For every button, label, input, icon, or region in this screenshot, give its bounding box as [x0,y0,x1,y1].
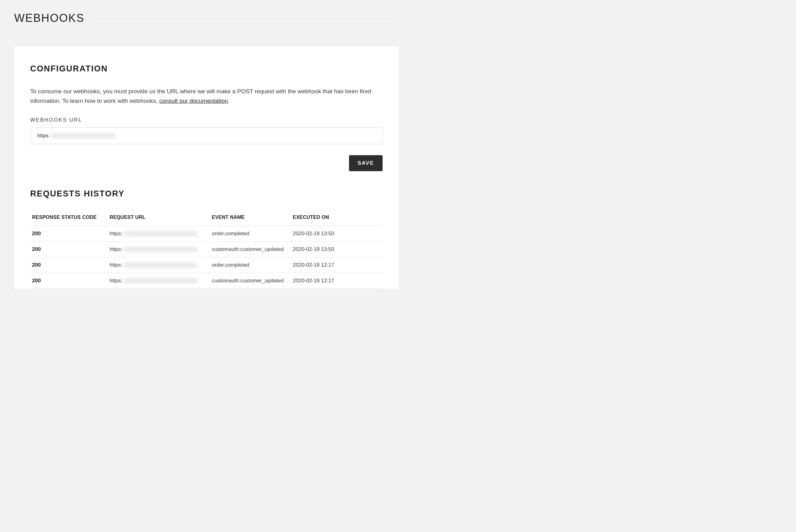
webhooks-card: CONFIGURATION To consume our webhooks, y… [14,46,399,289]
history-url: https: [108,226,210,241]
history-row: 200 https: customauth:customer_updated 2… [30,273,383,288]
webhooks-url-prefix: https [37,133,49,139]
history-url-prefix: https: [110,246,123,252]
configuration-title: CONFIGURATION [30,64,383,74]
history-url-prefix: https: [110,231,123,237]
history-url-redacted [124,231,198,236]
history-executed: 2020-02-19 13:50 [291,226,383,241]
col-header-event: EVENT NAME [210,210,291,226]
history-url: https: [108,273,210,288]
webhooks-url-label: WEBHOOKS URL [30,117,383,123]
history-executed: 2020-02-18 12:17 [291,273,383,288]
requests-history-title: REQUESTS HISTORY [30,189,383,198]
history-status: 200 [30,241,108,257]
history-status: 200 [30,226,108,241]
history-event: order.completed [210,257,291,273]
history-status: 200 [30,257,108,273]
page-title: WEBHOOKS [14,12,85,25]
history-row: 200 https: order.completed 2020-02-18 12… [30,257,383,273]
col-header-status: RESPONSE STATUS CODE [30,210,108,226]
page-header: WEBHOOKS [14,12,399,25]
history-row: 200 https: customauth:customer_updated 2… [30,241,383,257]
col-header-url: REQUEST URL [108,210,210,226]
history-url-redacted [124,247,198,251]
history-event: customauth:customer_updated [210,273,291,288]
history-url: https: [108,241,210,257]
history-url: https: [108,257,210,273]
history-url-prefix: https: [110,278,123,284]
webhooks-url-input[interactable]: https [30,128,383,144]
configuration-description-post: . [228,98,229,104]
history-status: 200 [30,273,108,288]
history-event: customauth:customer_updated [210,241,291,257]
requests-history-table: RESPONSE STATUS CODE REQUEST URL EVENT N… [30,210,383,289]
documentation-link[interactable]: consult our documentation [159,98,228,104]
history-event: order.completed [210,226,291,241]
history-row: 200 https: order.completed 2020-02-19 13… [30,226,383,241]
history-url-redacted [124,263,198,267]
history-url-redacted [124,279,198,283]
history-executed: 2020-02-18 12:17 [291,257,383,273]
webhooks-url-redacted [51,134,115,138]
configuration-description: To consume our webhooks, you must provid… [30,87,383,106]
col-header-executed: EXECUTED ON [291,210,383,226]
save-button[interactable]: SAVE [349,155,383,171]
history-url-prefix: https: [110,262,123,268]
history-executed: 2020-02-19 13:50 [291,241,383,257]
